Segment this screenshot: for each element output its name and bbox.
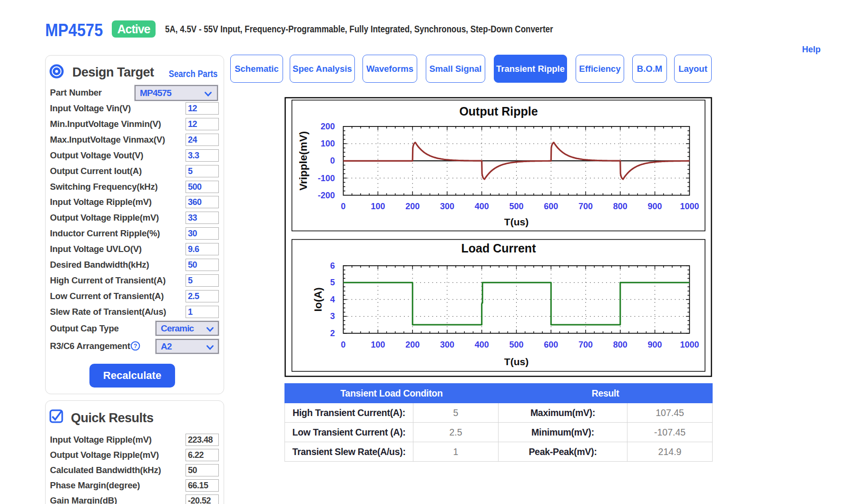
svg-text:T(us): T(us) — [504, 356, 529, 367]
svg-text:500: 500 — [509, 340, 523, 349]
svg-text:500: 500 — [509, 202, 523, 211]
svg-text:-200: -200 — [318, 191, 335, 200]
svg-text:Load Current: Load Current — [461, 242, 537, 255]
svg-text:-100: -100 — [318, 174, 335, 183]
svg-text:1000: 1000 — [680, 340, 699, 349]
svg-text:900: 900 — [648, 202, 662, 211]
svg-text:100: 100 — [321, 139, 335, 148]
svg-text:300: 300 — [440, 202, 454, 211]
svg-text:T(us): T(us) — [504, 216, 529, 227]
svg-text:5: 5 — [330, 278, 335, 287]
svg-text:600: 600 — [544, 202, 558, 211]
svg-text:200: 200 — [321, 122, 335, 131]
svg-text:200: 200 — [405, 202, 420, 211]
svg-text:Output Ripple: Output Ripple — [459, 105, 538, 118]
svg-text:4: 4 — [330, 295, 335, 304]
svg-text:600: 600 — [544, 340, 558, 349]
svg-text:900: 900 — [648, 340, 662, 349]
svg-text:1000: 1000 — [680, 202, 699, 211]
svg-text:6: 6 — [330, 261, 335, 271]
svg-text:3: 3 — [330, 311, 335, 321]
svg-text:Vripple(mV): Vripple(mV) — [298, 131, 310, 191]
svg-text:0: 0 — [341, 202, 346, 211]
svg-text:700: 700 — [578, 202, 593, 211]
svg-text:200: 200 — [405, 340, 420, 349]
svg-text:?: ? — [133, 343, 137, 349]
svg-text:0: 0 — [341, 340, 346, 349]
svg-text:800: 800 — [613, 340, 627, 349]
svg-text:400: 400 — [475, 340, 489, 349]
svg-text:400: 400 — [475, 202, 489, 211]
svg-text:300: 300 — [440, 340, 454, 349]
svg-text:0: 0 — [330, 156, 335, 165]
svg-text:100: 100 — [371, 202, 385, 211]
svg-text:Io(A): Io(A) — [312, 287, 324, 311]
svg-text:800: 800 — [613, 202, 627, 211]
svg-text:100: 100 — [371, 340, 385, 349]
svg-text:2: 2 — [330, 329, 335, 338]
svg-text:700: 700 — [578, 340, 593, 349]
